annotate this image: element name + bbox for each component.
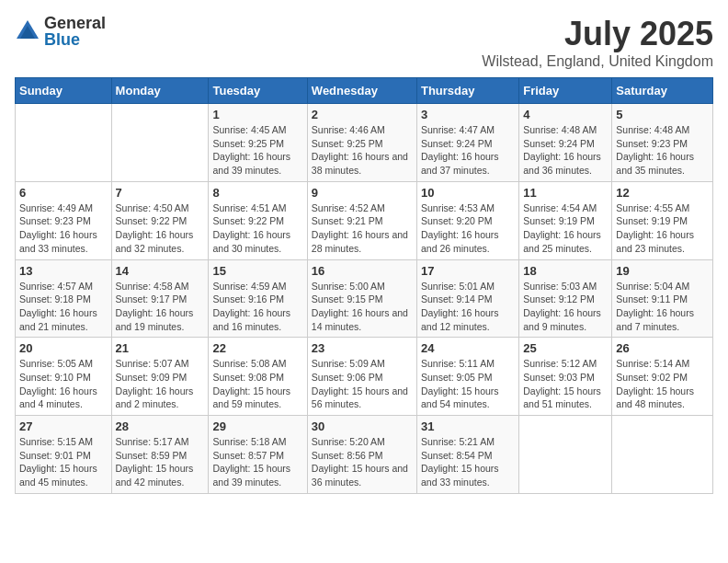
day-number: 25 — [523, 341, 608, 355]
day-details: Sunrise: 5:08 AM Sunset: 9:08 PM Dayligh… — [212, 357, 302, 411]
calendar-cell: 28Sunrise: 5:17 AM Sunset: 8:59 PM Dayli… — [111, 416, 209, 494]
day-number: 28 — [116, 419, 205, 433]
day-details: Sunrise: 5:21 AM Sunset: 8:54 PM Dayligh… — [421, 435, 515, 489]
calendar-cell: 27Sunrise: 5:15 AM Sunset: 9:01 PM Dayli… — [16, 416, 112, 494]
day-number: 12 — [616, 186, 709, 200]
day-number: 16 — [312, 264, 413, 278]
calendar-week-row: 6Sunrise: 4:49 AM Sunset: 9:23 PM Daylig… — [16, 181, 713, 259]
day-number: 5 — [616, 108, 709, 121]
logo-general: General — [44, 14, 106, 32]
calendar-cell: 7Sunrise: 4:50 AM Sunset: 9:22 PM Daylig… — [111, 181, 209, 259]
day-details: Sunrise: 5:00 AM Sunset: 9:15 PM Dayligh… — [312, 280, 413, 334]
calendar-cell: 23Sunrise: 5:09 AM Sunset: 9:06 PM Dayli… — [307, 338, 416, 416]
day-number: 31 — [421, 419, 515, 433]
day-details: Sunrise: 5:07 AM Sunset: 9:09 PM Dayligh… — [116, 357, 205, 411]
calendar-cell: 17Sunrise: 5:01 AM Sunset: 9:14 PM Dayli… — [416, 259, 518, 338]
day-details: Sunrise: 4:45 AM Sunset: 9:25 PM Dayligh… — [212, 123, 302, 178]
day-number: 3 — [421, 108, 515, 121]
calendar-cell — [16, 104, 112, 182]
day-details: Sunrise: 4:57 AM Sunset: 9:18 PM Dayligh… — [19, 280, 108, 334]
day-number: 18 — [523, 264, 608, 278]
weekday-header-cell: Friday — [519, 78, 612, 104]
day-number: 29 — [212, 419, 302, 433]
calendar-cell: 9Sunrise: 4:52 AM Sunset: 9:21 PM Daylig… — [307, 181, 416, 259]
day-details: Sunrise: 5:04 AM Sunset: 9:11 PM Dayligh… — [616, 280, 709, 334]
calendar-cell — [111, 104, 209, 182]
day-number: 9 — [312, 186, 413, 200]
day-details: Sunrise: 5:15 AM Sunset: 9:01 PM Dayligh… — [19, 435, 108, 489]
day-number: 15 — [212, 264, 302, 278]
title-area: July 2025 Wilstead, England, United King… — [482, 15, 713, 70]
weekday-header-cell: Wednesday — [307, 78, 416, 104]
day-details: Sunrise: 5:18 AM Sunset: 8:57 PM Dayligh… — [212, 435, 302, 489]
main-title: July 2025 — [482, 15, 713, 53]
day-details: Sunrise: 5:01 AM Sunset: 9:14 PM Dayligh… — [421, 280, 515, 334]
page-header: General Blue July 2025 Wilstead, England… — [15, 15, 713, 70]
calendar-cell: 12Sunrise: 4:55 AM Sunset: 9:19 PM Dayli… — [612, 181, 713, 259]
day-number: 14 — [116, 264, 205, 278]
calendar-cell — [519, 416, 612, 494]
calendar-cell: 18Sunrise: 5:03 AM Sunset: 9:12 PM Dayli… — [519, 259, 612, 338]
day-number: 10 — [421, 186, 515, 200]
day-details: Sunrise: 4:50 AM Sunset: 9:22 PM Dayligh… — [116, 201, 205, 256]
calendar-cell: 19Sunrise: 5:04 AM Sunset: 9:11 PM Dayli… — [612, 259, 713, 338]
calendar-cell: 29Sunrise: 5:18 AM Sunset: 8:57 PM Dayli… — [209, 416, 307, 494]
weekday-header-cell: Sunday — [16, 78, 112, 104]
day-details: Sunrise: 5:14 AM Sunset: 9:02 PM Dayligh… — [616, 357, 709, 411]
weekday-header-row: SundayMondayTuesdayWednesdayThursdayFrid… — [16, 78, 713, 104]
day-number: 27 — [19, 419, 108, 433]
calendar-cell: 25Sunrise: 5:12 AM Sunset: 9:03 PM Dayli… — [519, 338, 612, 416]
day-number: 1 — [212, 108, 302, 121]
day-number: 19 — [616, 264, 709, 278]
calendar-cell: 22Sunrise: 5:08 AM Sunset: 9:08 PM Dayli… — [209, 338, 307, 416]
day-number: 2 — [312, 108, 413, 121]
day-number: 22 — [212, 341, 302, 355]
calendar-cell — [612, 416, 713, 494]
calendar-cell: 15Sunrise: 4:59 AM Sunset: 9:16 PM Dayli… — [209, 259, 307, 338]
day-details: Sunrise: 5:09 AM Sunset: 9:06 PM Dayligh… — [312, 357, 413, 411]
logo: General Blue — [15, 15, 106, 48]
day-number: 6 — [19, 186, 108, 200]
day-details: Sunrise: 4:49 AM Sunset: 9:23 PM Dayligh… — [19, 201, 108, 256]
day-details: Sunrise: 5:20 AM Sunset: 8:56 PM Dayligh… — [312, 435, 413, 489]
calendar-cell: 6Sunrise: 4:49 AM Sunset: 9:23 PM Daylig… — [16, 181, 112, 259]
day-details: Sunrise: 5:12 AM Sunset: 9:03 PM Dayligh… — [523, 357, 608, 411]
calendar-cell: 3Sunrise: 4:47 AM Sunset: 9:24 PM Daylig… — [416, 104, 518, 182]
day-number: 23 — [312, 341, 413, 355]
calendar-cell: 21Sunrise: 5:07 AM Sunset: 9:09 PM Dayli… — [111, 338, 209, 416]
day-number: 24 — [421, 341, 515, 355]
day-details: Sunrise: 4:54 AM Sunset: 9:19 PM Dayligh… — [523, 201, 608, 256]
day-details: Sunrise: 4:46 AM Sunset: 9:25 PM Dayligh… — [312, 123, 413, 178]
calendar-cell: 4Sunrise: 4:48 AM Sunset: 9:24 PM Daylig… — [519, 104, 612, 182]
calendar-week-row: 20Sunrise: 5:05 AM Sunset: 9:10 PM Dayli… — [16, 338, 713, 416]
day-details: Sunrise: 5:05 AM Sunset: 9:10 PM Dayligh… — [19, 357, 108, 411]
calendar-body: 1Sunrise: 4:45 AM Sunset: 9:25 PM Daylig… — [16, 104, 713, 494]
calendar-cell: 8Sunrise: 4:51 AM Sunset: 9:22 PM Daylig… — [209, 181, 307, 259]
weekday-header-cell: Monday — [111, 78, 209, 104]
calendar-cell: 5Sunrise: 4:48 AM Sunset: 9:23 PM Daylig… — [612, 104, 713, 182]
day-details: Sunrise: 5:03 AM Sunset: 9:12 PM Dayligh… — [523, 280, 608, 334]
weekday-header-cell: Saturday — [612, 78, 713, 104]
calendar-cell: 26Sunrise: 5:14 AM Sunset: 9:02 PM Dayli… — [612, 338, 713, 416]
day-details: Sunrise: 4:47 AM Sunset: 9:24 PM Dayligh… — [421, 123, 515, 178]
calendar-week-row: 13Sunrise: 4:57 AM Sunset: 9:18 PM Dayli… — [16, 259, 713, 338]
day-number: 30 — [312, 419, 413, 433]
day-number: 11 — [523, 186, 608, 200]
subtitle: Wilstead, England, United Kingdom — [482, 53, 713, 70]
day-details: Sunrise: 4:48 AM Sunset: 9:24 PM Dayligh… — [523, 123, 608, 178]
calendar-cell: 31Sunrise: 5:21 AM Sunset: 8:54 PM Dayli… — [416, 416, 518, 494]
day-number: 17 — [421, 264, 515, 278]
day-details: Sunrise: 5:11 AM Sunset: 9:05 PM Dayligh… — [421, 357, 515, 411]
calendar-cell: 16Sunrise: 5:00 AM Sunset: 9:15 PM Dayli… — [307, 259, 416, 338]
day-number: 26 — [616, 341, 709, 355]
calendar-cell: 1Sunrise: 4:45 AM Sunset: 9:25 PM Daylig… — [209, 104, 307, 182]
day-details: Sunrise: 4:51 AM Sunset: 9:22 PM Dayligh… — [212, 201, 302, 256]
calendar-week-row: 27Sunrise: 5:15 AM Sunset: 9:01 PM Dayli… — [16, 416, 713, 494]
day-details: Sunrise: 4:48 AM Sunset: 9:23 PM Dayligh… — [616, 123, 709, 178]
calendar-cell: 20Sunrise: 5:05 AM Sunset: 9:10 PM Dayli… — [16, 338, 112, 416]
calendar-cell: 2Sunrise: 4:46 AM Sunset: 9:25 PM Daylig… — [307, 104, 416, 182]
day-number: 7 — [116, 186, 205, 200]
weekday-header-cell: Thursday — [416, 78, 518, 104]
weekday-header-cell: Tuesday — [209, 78, 307, 104]
day-number: 21 — [116, 341, 205, 355]
